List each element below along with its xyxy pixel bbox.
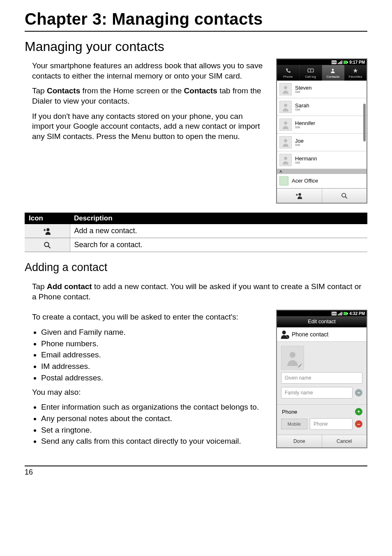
tab-contacts[interactable]: Contacts bbox=[322, 65, 345, 81]
svg-point-5 bbox=[284, 121, 287, 125]
tab-label: Favorites bbox=[349, 75, 362, 79]
search-button[interactable] bbox=[322, 189, 367, 203]
list-item[interactable]: Sarah SIM bbox=[277, 98, 367, 116]
table-row: Add a new contact. bbox=[25, 224, 367, 238]
table-header: Description bbox=[70, 213, 367, 224]
svg-point-9 bbox=[342, 193, 346, 197]
paragraph: You may also: bbox=[32, 387, 266, 398]
list-item: Email addresses. bbox=[41, 350, 266, 360]
text: Tap bbox=[32, 282, 47, 291]
list-item[interactable]: Acer Office bbox=[277, 174, 367, 188]
3g-icon: 3G bbox=[332, 312, 337, 315]
contact-type-label: Phone contact bbox=[292, 331, 329, 338]
phone-number-field[interactable]: Phone bbox=[310, 418, 353, 430]
tab-row: Phone Call log Contacts bbox=[277, 65, 367, 81]
pencil-icon bbox=[297, 363, 303, 368]
avatar bbox=[279, 136, 292, 148]
contact-location: SIM bbox=[295, 126, 315, 129]
status-time: 9:17 PM bbox=[349, 60, 365, 65]
table-row: Search for a contact. bbox=[25, 238, 367, 252]
done-button[interactable]: Done bbox=[277, 435, 322, 447]
list-item[interactable]: Joe SIM bbox=[277, 134, 367, 151]
svg-rect-15 bbox=[347, 313, 348, 314]
list-item: Given and Family name. bbox=[41, 327, 266, 338]
svg-point-3 bbox=[284, 86, 287, 89]
contact-list: Steven SIM Sarah SIM bbox=[277, 81, 367, 188]
avatar-picker[interactable] bbox=[281, 346, 304, 370]
tab-call-log[interactable]: Call log bbox=[300, 65, 322, 81]
cancel-button[interactable]: Cancel bbox=[322, 435, 367, 447]
contact-location: SIM bbox=[295, 161, 317, 164]
status-bar: 3G 4:32 PM bbox=[277, 310, 367, 316]
list-item[interactable]: Hennifer SIM bbox=[277, 116, 367, 134]
remove-phone-button[interactable]: − bbox=[355, 420, 362, 428]
phone-icon bbox=[285, 67, 291, 74]
text: Tap bbox=[32, 86, 47, 95]
section-title: Managing your contacts bbox=[25, 39, 367, 54]
list-item: Phone numbers. bbox=[41, 339, 266, 349]
bullet-list: Enter information such as organizations … bbox=[41, 402, 266, 447]
svg-point-2 bbox=[332, 69, 334, 71]
scrollbar[interactable] bbox=[363, 104, 366, 141]
search-icon bbox=[341, 192, 348, 199]
svg-point-11 bbox=[46, 228, 49, 231]
tab-label: Call log bbox=[305, 75, 316, 79]
person-phone-icon bbox=[280, 330, 289, 339]
svg-rect-1 bbox=[347, 62, 348, 63]
expand-name-button[interactable] bbox=[355, 389, 362, 396]
add-contact-button[interactable] bbox=[277, 189, 322, 203]
avatar bbox=[279, 83, 292, 95]
footer-buttons: Done Cancel bbox=[277, 435, 367, 447]
list-item[interactable]: Steven SIM bbox=[277, 81, 367, 98]
text-bold: Contacts bbox=[47, 86, 80, 95]
svg-point-12 bbox=[44, 242, 49, 247]
svg-point-7 bbox=[284, 157, 287, 160]
svg-rect-14 bbox=[344, 312, 347, 315]
star-icon bbox=[353, 67, 358, 74]
add-person-icon bbox=[295, 192, 303, 199]
tab-phone[interactable]: Phone bbox=[277, 65, 300, 81]
table-cell: Add a new contact. bbox=[70, 224, 367, 238]
section-header: A bbox=[277, 169, 367, 174]
contact-name: Sarah bbox=[295, 103, 309, 109]
tab-favorites[interactable]: Favorites bbox=[344, 65, 367, 81]
contact-name: Acer Office bbox=[292, 178, 318, 184]
phone-section-label: Phone bbox=[281, 406, 353, 417]
avatar bbox=[279, 118, 292, 131]
screenshot-contacts: 3G 9:17 PM Phone bbox=[276, 58, 367, 204]
battery-icon bbox=[344, 60, 348, 64]
contact-location: SIM bbox=[295, 144, 304, 146]
family-name-field[interactable]: Family name bbox=[281, 387, 353, 398]
paragraph: Your smartphone features an address book… bbox=[32, 61, 266, 81]
svg-point-17 bbox=[286, 335, 289, 339]
contact-location: SIM bbox=[295, 90, 311, 93]
phone-type-selector[interactable]: Mobile bbox=[281, 419, 307, 429]
icon-description-table: Icon Description Add a new contact. bbox=[25, 213, 367, 252]
screenshot-edit-contact: 3G 4:32 PM Edit contact bbox=[276, 310, 367, 448]
chapter-title: Chapter 3: Managing contacts bbox=[25, 10, 367, 28]
contact-location: SIM bbox=[295, 108, 309, 111]
signal-icon bbox=[338, 312, 342, 315]
text-bold: Contacts bbox=[184, 86, 217, 95]
list-item: Send any calls from this contact directl… bbox=[41, 436, 266, 447]
list-item[interactable]: Hermann SIM bbox=[277, 151, 367, 169]
contact-type-row[interactable]: Phone contact bbox=[277, 327, 367, 342]
list-item: IM addresses. bbox=[41, 361, 266, 372]
list-item: Any personal notes about the contact. bbox=[41, 414, 266, 424]
svg-point-16 bbox=[282, 331, 286, 334]
bottom-action-bar bbox=[277, 188, 367, 203]
add-person-icon bbox=[43, 227, 52, 235]
add-phone-button[interactable]: + bbox=[355, 408, 362, 415]
svg-point-4 bbox=[284, 104, 287, 107]
subsection-title: Adding a contact bbox=[25, 261, 367, 274]
paragraph: Tap Contacts from the Home screen or the… bbox=[32, 86, 266, 106]
contact-name: Steven bbox=[295, 85, 311, 91]
signal-icon bbox=[338, 60, 342, 64]
svg-point-18 bbox=[290, 352, 295, 358]
svg-point-6 bbox=[284, 139, 287, 142]
given-name-field[interactable]: Given name bbox=[281, 372, 362, 384]
avatar bbox=[279, 154, 292, 166]
contact-name: Joe bbox=[295, 138, 304, 144]
divider bbox=[25, 466, 367, 466]
text-bold: Add contact bbox=[47, 282, 92, 291]
